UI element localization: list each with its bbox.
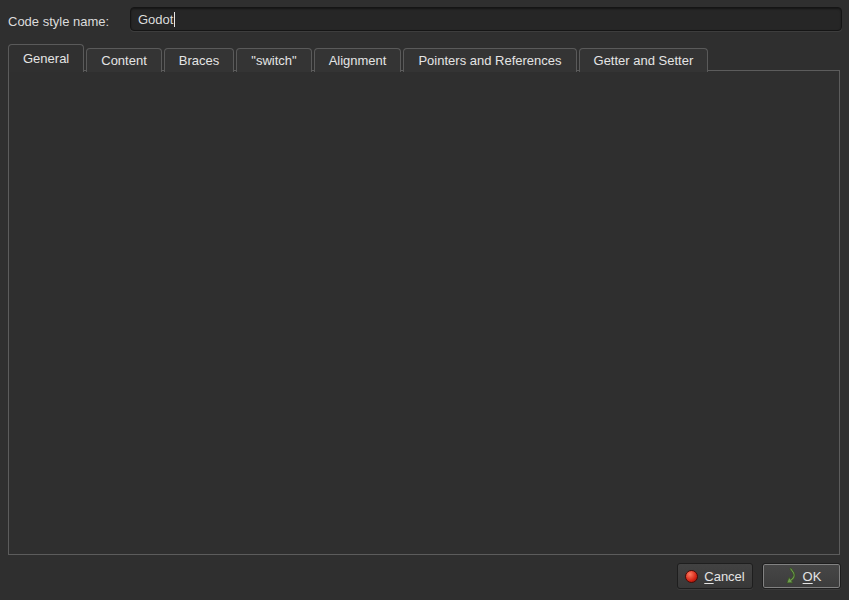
tab-switch[interactable]: "switch" [236, 48, 311, 72]
cancel-icon [685, 570, 698, 583]
label-mnemonic: O [803, 569, 813, 584]
tab-alignment[interactable]: Alignment [314, 48, 402, 72]
code-style-name-value: Godot [138, 12, 173, 27]
code-style-name-label: Code style name: [8, 14, 109, 29]
tab-general[interactable]: General [8, 44, 84, 72]
label-text: ancel [714, 569, 745, 584]
cancel-button[interactable]: Cancel [677, 563, 753, 589]
text-caret [174, 12, 175, 27]
ok-button[interactable]: OK [762, 563, 841, 589]
tab-getter-and-setter[interactable]: Getter and Setter [579, 48, 709, 72]
cancel-label: Cancel [704, 569, 744, 584]
tab-bar: GeneralContentBraces"switch"AlignmentPoi… [8, 44, 708, 72]
code-style-name-input[interactable]: Godot [130, 7, 842, 31]
ok-label: OK [803, 569, 822, 584]
tab-pointers-and-references[interactable]: Pointers and References [403, 48, 576, 72]
ok-icon [782, 569, 797, 584]
code-style-dialog: Code style name: Godot GeneralContentBra… [0, 0, 849, 600]
label-text: K [813, 569, 822, 584]
label-mnemonic: C [704, 569, 713, 584]
tab-content[interactable]: Content [86, 48, 162, 72]
general-tab-panel [8, 70, 840, 555]
tab-braces[interactable]: Braces [164, 48, 234, 72]
